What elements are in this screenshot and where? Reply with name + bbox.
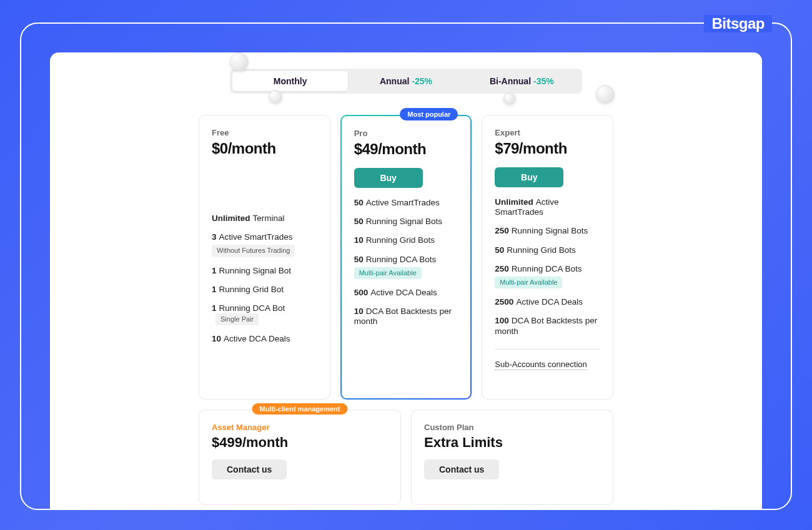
feature-pill: Multi-pair Available [354, 267, 422, 279]
pricing-panel: Monthly Annual -25% Bi-Annual -35% Free … [50, 52, 762, 509]
feature-item: 1Running Grid Bot [212, 285, 317, 295]
coin-icon [269, 90, 282, 104]
plan-card-free: Free $0/month UnlimitedTerminal 3Active … [199, 115, 330, 400]
plan-price: $49/month [354, 140, 458, 158]
plan-price: $499/month [212, 434, 388, 451]
feature-list: UnlimitedActive SmartTrades 250Running S… [495, 197, 600, 336]
feature-pill: Single Pair [215, 313, 259, 325]
tab-label: Monthly [274, 76, 307, 86]
tab-label: Annual [380, 76, 409, 86]
outer-frame: Bitsgap Monthly Annual -25% Bi-Annual -3… [20, 22, 792, 510]
billing-period-tabs: Monthly Annual -25% Bi-Annual -35% [230, 69, 582, 94]
feature-list: 50Active SmartTrades 50Running Signal Bo… [354, 198, 458, 327]
feature-item: 50Running DCA BotsMulti-pair Available [354, 255, 458, 279]
tab-label: Bi-Annual [490, 76, 531, 86]
contact-us-button[interactable]: Contact us [212, 459, 287, 479]
feature-item: 10Active DCA Deals [212, 334, 317, 344]
divider [495, 349, 600, 350]
feature-item: 50Running Grid Bots [495, 245, 600, 255]
tab-annual[interactable]: Annual -25% [348, 71, 463, 91]
feature-item: 500Active DCA Deals [354, 288, 458, 298]
plan-price: $0/month [212, 140, 317, 157]
buy-button[interactable]: Buy [495, 167, 563, 187]
feature-item: 1Running Signal Bot [212, 266, 317, 276]
bottom-plans-grid: Multi-client management Asset Manager $4… [87, 410, 725, 505]
plan-card-custom: Custom Plan Extra Limits Contact us [411, 410, 613, 505]
tab-discount: -35% [533, 76, 554, 86]
buy-button[interactable]: Buy [354, 168, 423, 188]
feature-item: 50Running Signal Bots [354, 217, 458, 227]
contact-us-button[interactable]: Contact us [424, 459, 499, 479]
coin-icon [230, 52, 249, 71]
feature-list: UnlimitedTerminal 3Active SmartTradesWit… [212, 213, 317, 345]
plan-card-pro: Most popular Pro $49/month Buy 50Active … [340, 115, 472, 400]
feature-item: UnlimitedTerminal [212, 213, 317, 223]
tab-monthly[interactable]: Monthly [232, 71, 348, 91]
plan-name: Custom Plan [424, 423, 600, 432]
tab-biannual[interactable]: Bi-Annual -35% [464, 71, 580, 91]
plan-price: $79/month [495, 140, 600, 157]
feature-item: 250Running DCA BotsMulti-pair Available [495, 264, 600, 288]
feature-item: 3Active SmartTradesWithout Futures Tradi… [212, 232, 317, 257]
plan-name: Pro [354, 129, 458, 138]
plan-card-asset-manager: Multi-client management Asset Manager $4… [199, 410, 401, 505]
feature-item: 50Active SmartTrades [354, 198, 458, 208]
plan-name: Free [212, 128, 317, 137]
feature-pill: Without Futures Trading [212, 245, 295, 257]
plan-card-expert: Expert $79/month Buy UnlimitedActive Sma… [482, 115, 613, 400]
most-popular-badge: Most popular [400, 108, 458, 120]
plan-name: Expert [495, 128, 600, 137]
pricing-grid: Free $0/month UnlimitedTerminal 3Active … [87, 115, 725, 400]
feature-item: 100DCA Bot Backtests per month [495, 316, 600, 336]
coin-icon [596, 85, 615, 104]
multi-client-badge: Multi-client management [252, 403, 348, 415]
feature-item: UnlimitedActive SmartTrades [495, 197, 600, 217]
feature-item: 10Running Grid Bots [354, 235, 458, 245]
brand-logo: Bitsgap [704, 15, 772, 32]
coin-icon [503, 92, 516, 105]
sub-accounts-link[interactable]: Sub-Accounts connection [495, 360, 587, 370]
feature-pill: Multi-pair Available [495, 277, 562, 288]
feature-item: 1Running DCA BotSingle Pair [212, 303, 317, 325]
feature-item: 10DCA Bot Backtests per month [354, 307, 458, 326]
feature-item: 2500Active DCA Deals [495, 297, 600, 307]
plan-subtitle: Extra Limits [424, 434, 600, 451]
plan-name: Asset Manager [212, 423, 388, 432]
tab-discount: -25% [412, 76, 432, 86]
feature-item: 250Running Signal Bots [495, 226, 600, 236]
